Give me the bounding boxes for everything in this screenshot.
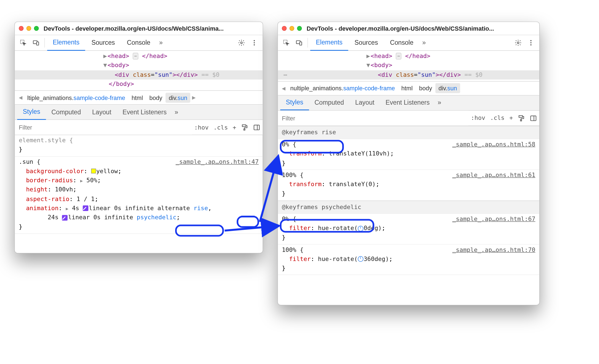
dom-div-sun[interactable]: <div class="sun"></div> == $0: [15, 70, 263, 80]
subtab-event-listeners[interactable]: Event Listeners: [380, 95, 435, 110]
tab-sources[interactable]: Sources: [86, 35, 120, 51]
main-toolbar: Elements Sources Console »: [15, 35, 263, 51]
crumb-div-sun[interactable]: div.sun: [165, 93, 190, 102]
rule-rise-100[interactable]: _sample_.ap…ons.html:61 100% { transform…: [278, 170, 539, 201]
inspect-icon[interactable]: [280, 37, 292, 49]
breadcrumb[interactable]: ◀ nultiple_animations.sample-code-frame …: [278, 81, 539, 95]
rule-psy-0[interactable]: _sample_.ap…ons.html:67 0% { filter: hue…: [278, 214, 539, 244]
crumb-prev-icon[interactable]: ◀: [280, 85, 287, 91]
paint-format-icon[interactable]: [239, 123, 251, 131]
svg-rect-2: [36, 42, 39, 45]
tab-console[interactable]: Console: [121, 35, 156, 51]
gear-icon[interactable]: [512, 37, 524, 49]
dom-head[interactable]: ▶<head> ⋯ </head>: [278, 52, 539, 61]
crumb-next-icon[interactable]: ▶: [190, 95, 197, 100]
easing-icon[interactable]: [62, 215, 68, 220]
paint-format-icon[interactable]: [515, 114, 527, 122]
crumb-prev-icon[interactable]: ◀: [17, 95, 24, 100]
easing-icon[interactable]: [83, 205, 88, 211]
dom-body-open[interactable]: ▼<body>: [15, 61, 263, 70]
traffic-light-close[interactable]: [282, 26, 287, 31]
subtabs-overflow-icon[interactable]: »: [435, 99, 443, 106]
source-link[interactable]: _sample_.ap…ons.html:47: [176, 157, 259, 167]
svg-rect-18: [519, 115, 522, 117]
dom-tree[interactable]: ▶<head> ⋯ </head> ▼<body> ⋯ <div class="…: [278, 51, 539, 81]
source-link[interactable]: _sample_.ap…ons.html:58: [452, 140, 535, 149]
dom-body-open[interactable]: ▼<body>: [278, 61, 539, 70]
subtab-styles[interactable]: Styles: [280, 95, 309, 110]
styles-pane[interactable]: @keyframes rise _sample_.ap…ons.html:58 …: [278, 126, 539, 305]
angle-clock-icon[interactable]: [358, 256, 363, 262]
device-toggle-icon[interactable]: [30, 37, 42, 49]
source-link[interactable]: _sample_.ap…ons.html:70: [452, 245, 535, 255]
cls-toggle[interactable]: .cls: [211, 124, 230, 131]
sidebar-toggle-icon[interactable]: [251, 123, 262, 131]
svg-point-5: [254, 42, 255, 43]
device-toggle-icon[interactable]: [293, 37, 305, 49]
filter-input[interactable]: [15, 120, 192, 135]
traffic-light-zoom[interactable]: [297, 26, 302, 31]
gear-icon[interactable]: [235, 37, 247, 49]
subtab-computed[interactable]: Computed: [309, 95, 350, 110]
subtabs-overflow-icon[interactable]: »: [172, 109, 180, 116]
kebab-menu-icon[interactable]: [248, 37, 260, 49]
angle-clock-icon[interactable]: [358, 226, 363, 231]
subtab-layout[interactable]: Layout: [350, 95, 380, 110]
keyframes-header-rise[interactable]: @keyframes rise: [278, 126, 539, 139]
kebab-menu-icon[interactable]: [525, 37, 537, 49]
source-link[interactable]: _sample_.ap…ons.html:61: [452, 171, 535, 180]
rule-psy-100[interactable]: _sample_.ap…ons.html:70 100% { filter: h…: [278, 244, 539, 275]
rule-sun[interactable]: _sample_.ap…ons.html:47 .sun { backgroun…: [15, 157, 263, 234]
crumb-html[interactable]: html: [128, 93, 146, 102]
subtab-event-listeners[interactable]: Event Listeners: [117, 104, 172, 120]
crumb-frame[interactable]: nultiple_animations.sample-code-frame: [287, 83, 398, 93]
styles-pane[interactable]: element.style { } _sample_.ap…ons.html:4…: [15, 135, 263, 253]
styles-subtabs: Styles Computed Layout Event Listeners »: [278, 95, 539, 110]
tabs-overflow-icon[interactable]: »: [157, 39, 165, 46]
crumb-frame[interactable]: ltiple_animations.sample-code-frame: [24, 93, 128, 102]
dom-div-sun[interactable]: ⋯ <div class="sun"></div> == $0: [278, 70, 539, 80]
devtools-window-right: DevTools - developer.mozilla.org/en-US/d…: [277, 22, 540, 305]
filter-bar: :hov .cls +: [15, 120, 263, 135]
crumb-body[interactable]: body: [416, 83, 435, 93]
svg-rect-19: [521, 120, 522, 121]
traffic-light-minimize[interactable]: [27, 26, 31, 31]
subtab-styles[interactable]: Styles: [17, 104, 46, 120]
dom-body-close[interactable]: </body>: [15, 80, 263, 89]
crumb-body[interactable]: body: [146, 93, 165, 102]
tab-elements[interactable]: Elements: [310, 35, 348, 51]
new-rule-icon[interactable]: +: [230, 124, 238, 131]
sidebar-toggle-icon[interactable]: [527, 114, 539, 122]
color-swatch-icon[interactable]: [91, 169, 96, 173]
tab-elements[interactable]: Elements: [47, 35, 85, 51]
tabs-overflow-icon[interactable]: »: [420, 39, 428, 46]
traffic-light-zoom[interactable]: [34, 26, 39, 31]
breadcrumb[interactable]: ◀ ltiple_animations.sample-code-frame ht…: [15, 90, 263, 105]
filter-input[interactable]: [278, 110, 469, 125]
crumb-div-sun[interactable]: div.sun: [435, 83, 460, 93]
dom-head[interactable]: ▶<head> ⋯ </head>: [15, 52, 263, 61]
crumb-html[interactable]: html: [398, 83, 416, 93]
inspect-icon[interactable]: [17, 37, 29, 49]
rule-rise-0[interactable]: _sample_.ap…ons.html:58 0% { transform: …: [278, 139, 539, 170]
dom-tree[interactable]: ▶<head> ⋯ </head> ▼<body> <div class="su…: [15, 51, 263, 90]
traffic-light-minimize[interactable]: [290, 26, 294, 31]
subtab-layout[interactable]: Layout: [86, 104, 117, 120]
keyframes-header-psychedelic[interactable]: @keyframes psychedelic: [278, 201, 539, 214]
source-link[interactable]: _sample_.ap…ons.html:67: [452, 215, 535, 224]
subtab-computed[interactable]: Computed: [46, 104, 86, 120]
styles-subtabs: Styles Computed Layout Event Listeners »: [15, 105, 263, 120]
tab-sources[interactable]: Sources: [349, 35, 383, 51]
row-actions-icon[interactable]: ⋯: [280, 70, 291, 80]
window-title: DevTools - developer.mozilla.org/en-US/d…: [44, 25, 259, 32]
hov-toggle[interactable]: :hov: [468, 114, 488, 122]
traffic-light-close[interactable]: [19, 26, 23, 31]
new-rule-icon[interactable]: +: [507, 114, 515, 122]
svg-point-16: [530, 42, 531, 43]
tab-console[interactable]: Console: [384, 35, 419, 51]
keyframes-link-rise[interactable]: rise: [193, 205, 208, 212]
cls-toggle[interactable]: .cls: [488, 114, 507, 122]
keyframes-link-psychedelic[interactable]: psychedelic: [137, 214, 177, 221]
rule-element-style[interactable]: element.style { }: [15, 135, 263, 156]
hov-toggle[interactable]: :hov: [192, 124, 211, 131]
